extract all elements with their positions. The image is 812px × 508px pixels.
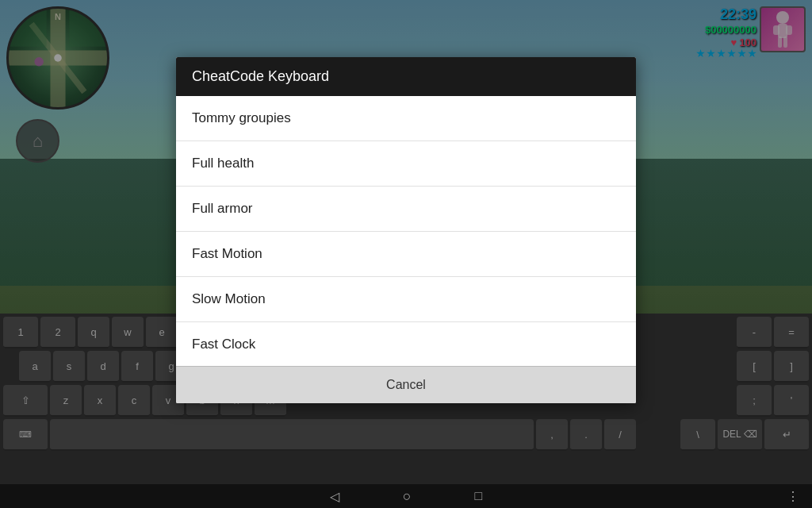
nav-home-button[interactable]: ○ xyxy=(403,488,412,505)
dialog-cancel-button[interactable]: Cancel xyxy=(176,367,636,403)
cheat-fast-clock[interactable]: Fast Clock xyxy=(176,322,636,367)
dialog-list: Tommy groupies Full health Full armor Fa… xyxy=(176,96,636,366)
dialog-overlay: CheatCode Keyboard Tommy groupies Full h… xyxy=(0,0,812,508)
cheat-slow-motion[interactable]: Slow Motion xyxy=(176,277,636,322)
cheatcode-dialog: CheatCode Keyboard Tommy groupies Full h… xyxy=(176,57,636,403)
cheat-tommy-groupies[interactable]: Tommy groupies xyxy=(176,96,636,141)
dialog-title: CheatCode Keyboard xyxy=(192,68,329,84)
cheat-full-health[interactable]: Full health xyxy=(176,141,636,187)
cheat-fast-motion[interactable]: Fast Motion xyxy=(176,232,636,277)
android-navbar: ◁ ○ □ ⋮ xyxy=(0,484,812,508)
nav-dots[interactable]: ⋮ xyxy=(787,489,799,504)
nav-recents-button[interactable]: □ xyxy=(475,489,483,503)
dialog-title-bar: CheatCode Keyboard xyxy=(176,57,636,96)
nav-back-button[interactable]: ◁ xyxy=(330,489,339,504)
dialog-footer: Cancel xyxy=(176,366,636,403)
cheat-full-armor[interactable]: Full armor xyxy=(176,187,636,232)
